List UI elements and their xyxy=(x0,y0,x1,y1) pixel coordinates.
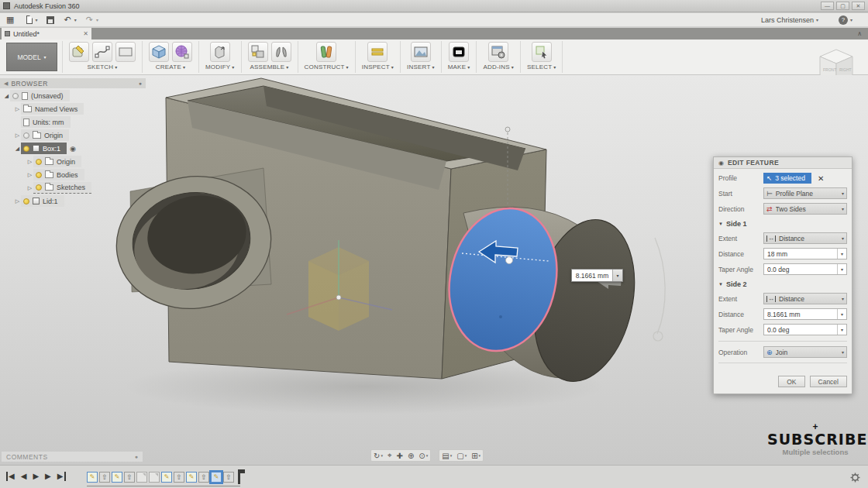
zoom-button[interactable]: ⊙▾ xyxy=(418,452,428,460)
create-form-button[interactable] xyxy=(172,42,192,62)
timeline-extrude-icon[interactable]: ⇧ xyxy=(223,472,234,483)
measure-button[interactable] xyxy=(367,42,388,62)
viewport-canvas[interactable]: ◀ BROWSER ● ◢ (Unsaved) ▷ Named Views Un… xyxy=(0,75,868,465)
collapsed-triangle-icon[interactable]: ▷ xyxy=(14,132,21,139)
browser-header[interactable]: ◀ BROWSER ● xyxy=(0,78,146,88)
make-menu[interactable]: MAKE ▾ xyxy=(448,64,470,70)
select-menu[interactable]: SELECT ▾ xyxy=(527,64,556,70)
workspace-selector[interactable]: MODEL ▾ xyxy=(6,43,57,71)
dimension-input[interactable] xyxy=(572,270,612,281)
grid-settings-button[interactable]: ⊞▾ xyxy=(471,452,480,460)
panel-dot-icon[interactable]: ● xyxy=(139,81,142,86)
extent2-dropdown[interactable]: ↔ Distance ▾ xyxy=(763,293,847,304)
collapsed-triangle-icon[interactable]: ▷ xyxy=(26,185,33,191)
user-account-menu[interactable]: Lars Christensen xyxy=(761,16,814,24)
user-chevron-icon[interactable]: ▾ xyxy=(816,17,818,22)
orbit-button[interactable]: ↻▾ xyxy=(374,452,383,460)
start-dropdown[interactable]: ⊢ Profile Plane ▾ xyxy=(763,187,847,199)
undo-chevron-icon[interactable]: ▾ xyxy=(74,17,77,22)
distance2-spinner[interactable]: ▾ xyxy=(837,309,846,319)
create-menu[interactable]: CREATE ▾ xyxy=(156,64,185,70)
inspect-menu[interactable]: INSPECT ▾ xyxy=(362,64,394,70)
tree-row-units[interactable]: Units: mm xyxy=(0,116,152,128)
undo-icon[interactable]: ↶ xyxy=(64,15,71,24)
file-menu-icon[interactable] xyxy=(26,15,33,24)
distance1-input[interactable] xyxy=(764,250,837,258)
collapse-panel-icon[interactable]: ◀ xyxy=(4,81,8,87)
tab-untitled[interactable]: Untitled* ✕ xyxy=(2,28,91,40)
panel-dot-icon[interactable]: ● xyxy=(135,454,138,459)
side2-section-header[interactable]: ▼ Side 2 xyxy=(718,280,847,288)
dialog-header[interactable]: ◉ EDIT FEATURE xyxy=(714,157,852,169)
visibility-bulb-icon[interactable] xyxy=(36,159,42,165)
cancel-button[interactable]: Cancel xyxy=(810,376,847,387)
file-menu-chevron-icon[interactable]: ▾ xyxy=(35,17,37,22)
comments-panel[interactable]: COMMENTS ● xyxy=(2,452,143,462)
skip-to-end-button[interactable]: ▶ xyxy=(57,472,66,481)
redo-icon[interactable]: ↷ xyxy=(86,15,93,24)
create-box-button[interactable] xyxy=(149,42,169,62)
press-pull-button[interactable] xyxy=(210,42,230,62)
extent1-dropdown[interactable]: ↔ Distance ▾ xyxy=(763,232,847,244)
tab-close-icon[interactable]: ✕ xyxy=(83,30,88,37)
skip-to-start-button[interactable]: ◀ xyxy=(6,472,15,481)
operation-dropdown[interactable]: ⊕ Join ▾ xyxy=(763,346,847,358)
timeline-extrude-icon[interactable]: ⇧ xyxy=(174,472,184,483)
redo-chevron-icon[interactable]: ▾ xyxy=(96,17,98,22)
joint-button[interactable] xyxy=(271,42,291,62)
timeline-feature-icon[interactable] xyxy=(136,472,147,483)
modify-menu[interactable]: MODIFY ▾ xyxy=(205,64,235,70)
taper2-spinner[interactable]: ▾ xyxy=(837,325,846,335)
maximize-button[interactable]: ▢ xyxy=(836,2,849,10)
direction-dropdown[interactable]: ⇄ Two Sides ▾ xyxy=(763,203,847,215)
addins-button[interactable] xyxy=(488,42,508,62)
collapsed-triangle-icon[interactable]: ▷ xyxy=(14,106,21,112)
play-button[interactable]: ▶ xyxy=(45,472,51,481)
collapsed-triangle-icon[interactable]: ▷ xyxy=(14,198,21,204)
collapsed-triangle-icon[interactable]: ▷ xyxy=(26,159,33,165)
profile-selection-chip[interactable]: ↖ 3 selected xyxy=(763,173,811,184)
layout-button[interactable]: ▢▾ xyxy=(456,452,467,460)
insert-menu[interactable]: INSERT ▾ xyxy=(407,64,435,70)
minimize-button[interactable]: — xyxy=(821,2,834,10)
distance2-input[interactable] xyxy=(764,311,837,318)
visibility-bulb-icon[interactable] xyxy=(12,93,19,99)
taper1-input[interactable] xyxy=(764,266,837,273)
addins-menu[interactable]: ADD-INS ▾ xyxy=(483,64,514,70)
tree-row-named-views[interactable]: ▷ Named Views xyxy=(0,103,152,115)
construct-plane-button[interactable] xyxy=(316,42,336,62)
help-chevron-icon[interactable]: ▾ xyxy=(850,17,852,22)
side1-section-header[interactable]: ▼ Side 1 xyxy=(718,220,847,228)
make-button[interactable] xyxy=(449,42,469,62)
insert-image-button[interactable] xyxy=(411,42,431,62)
look-at-button[interactable]: ⌖ xyxy=(388,451,392,460)
timeline-sketch-icon[interactable]: ✎ xyxy=(112,472,122,483)
expanded-triangle-icon[interactable]: ◢ xyxy=(3,93,10,99)
pan-button[interactable]: ✚ xyxy=(397,452,403,460)
visibility-bulb-icon[interactable] xyxy=(23,198,29,204)
toolbar-collapse-icon[interactable]: ∧ xyxy=(857,30,862,37)
rectangle-button[interactable] xyxy=(115,42,136,62)
timeline-position-marker[interactable] xyxy=(238,469,240,484)
step-back-button[interactable]: ◀ xyxy=(21,472,27,481)
timeline-extrude-icon[interactable]: ⇧ xyxy=(124,472,135,483)
collapsed-triangle-icon[interactable]: ▷ xyxy=(26,172,33,178)
zoom-fit-button[interactable]: ⊕ xyxy=(408,452,414,460)
tree-row-bodies[interactable]: ▷ Bodies xyxy=(0,169,152,180)
tree-row-box1[interactable]: ◢ Box:1 ◉ xyxy=(0,143,152,154)
manipulator-origin-dot[interactable] xyxy=(506,257,513,264)
create-sketch-button[interactable] xyxy=(69,42,89,62)
timeline-extrude-icon[interactable]: ⇧ xyxy=(99,472,110,483)
step-forward-button[interactable]: ▶ xyxy=(33,472,39,481)
timeline-sketch-icon[interactable]: ✎ xyxy=(186,472,197,483)
tree-row-unsaved[interactable]: ◢ (Unsaved) xyxy=(0,90,152,101)
ok-button[interactable]: OK xyxy=(778,376,804,387)
assemble-menu[interactable]: ASSEMBLE ▾ xyxy=(250,64,289,70)
visibility-bulb-icon[interactable] xyxy=(23,132,29,139)
taper2-input[interactable] xyxy=(764,326,837,334)
timeline-settings-gear-icon[interactable] xyxy=(850,473,860,483)
tree-row-lid1[interactable]: ▷ Lid:1 xyxy=(0,195,152,207)
tree-row-sketches[interactable]: ▷ Sketches xyxy=(0,182,152,194)
spline-button[interactable] xyxy=(92,42,112,62)
timeline-sketch-icon[interactable]: ✎ xyxy=(87,472,98,483)
